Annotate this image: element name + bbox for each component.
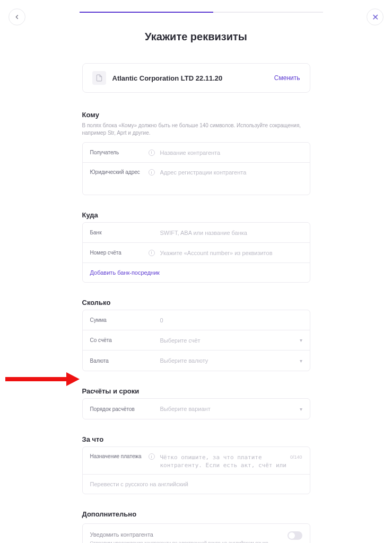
section-title: Куда [82,211,310,219]
chevron-down-icon: ▾ [300,337,302,343]
translate-link[interactable]: Перевести с русского на английский [83,475,310,494]
section-settlements: Расчёты и сроки Порядок расчётов ▾ [82,387,310,419]
amount-label: Сумма [90,317,149,323]
legal-address-label: Юридический адрес [90,169,149,175]
section-recipient: Кому В полях блока «Кому» должно быть не… [82,111,310,195]
notify-desc: Отправим уведомление контрагенту по элек… [90,540,282,543]
recipient-label: Получатель [90,150,149,155]
section-destination: Куда Банк Номер счёта i Добавить банк-по… [82,211,310,283]
currency-row[interactable]: Валюта ▾ [83,351,310,371]
legal-address-row: Юридический адрес i [83,163,310,195]
order-row[interactable]: Порядок расчётов ▾ [83,399,310,419]
account-input[interactable] [160,250,302,256]
svg-marker-1 [66,372,80,386]
company-card: Atlantic Corporation LTD 22.11.20 Сменит… [82,63,310,93]
info-icon[interactable]: i [149,250,155,256]
add-intermediary-link[interactable]: Добавить банк-посредник [83,263,310,282]
info-icon[interactable]: i [149,453,155,460]
recipient-input[interactable] [160,150,302,156]
purpose-row: Назначение платежа i 0/140 [83,447,310,475]
document-icon [92,71,106,85]
currency-label: Валюта [90,358,149,364]
section-additional: Дополнительно Уведомить контрагента Отпр… [82,510,310,543]
amount-row: Сумма [83,310,310,330]
from-account-select[interactable] [160,337,302,344]
change-company-link[interactable]: Сменить [274,74,300,82]
section-hint: В полях блока «Кому» должно быть не боль… [82,122,310,137]
section-title: Кому [82,111,310,119]
section-title: Сколько [82,299,310,306]
section-purpose: За что Назначение платежа i 0/140 Переве… [82,435,310,494]
notify-card: Уведомить контрагента Отправим уведомлен… [82,523,310,543]
order-label: Порядок расчётов [90,406,149,412]
account-label: Номер счёта [90,250,149,256]
bank-input[interactable] [160,230,302,236]
section-title: За что [82,435,310,443]
from-account-label: Со счёта [90,337,149,343]
purpose-input[interactable] [160,453,302,470]
from-account-row[interactable]: Со счёта ▾ [83,330,310,351]
notify-toggle[interactable] [288,531,302,540]
progress-fill [80,12,213,13]
purpose-label: Назначение платежа [90,453,149,459]
account-row: Номер счёта i [83,243,310,263]
amount-input[interactable] [160,317,302,323]
section-title: Расчёты и сроки [82,387,310,395]
progress-bar [80,12,323,13]
back-button[interactable] [8,8,25,25]
chevron-down-icon: ▾ [300,358,302,364]
info-icon[interactable]: i [149,150,155,156]
close-button[interactable]: ✕ [367,8,384,25]
info-icon[interactable]: i [149,169,155,176]
notify-title: Уведомить контрагента [90,531,282,538]
bank-label: Банк [90,230,149,235]
section-title: Дополнительно [82,510,310,518]
order-select[interactable] [160,406,302,412]
recipient-row: Получатель i [83,143,310,163]
chevron-down-icon: ▾ [300,406,302,412]
currency-select[interactable] [160,357,302,364]
annotation-arrow [5,371,80,387]
legal-address-input[interactable] [160,169,302,176]
section-amount: Сколько Сумма Со счёта ▾ Валюта ▾ [82,299,310,371]
page-title: Укажите реквизиты [82,31,310,43]
char-count: 0/140 [290,454,302,460]
bank-row: Банк [83,223,310,243]
company-name: Atlantic Corporation LTD 22.11.20 [112,74,268,82]
